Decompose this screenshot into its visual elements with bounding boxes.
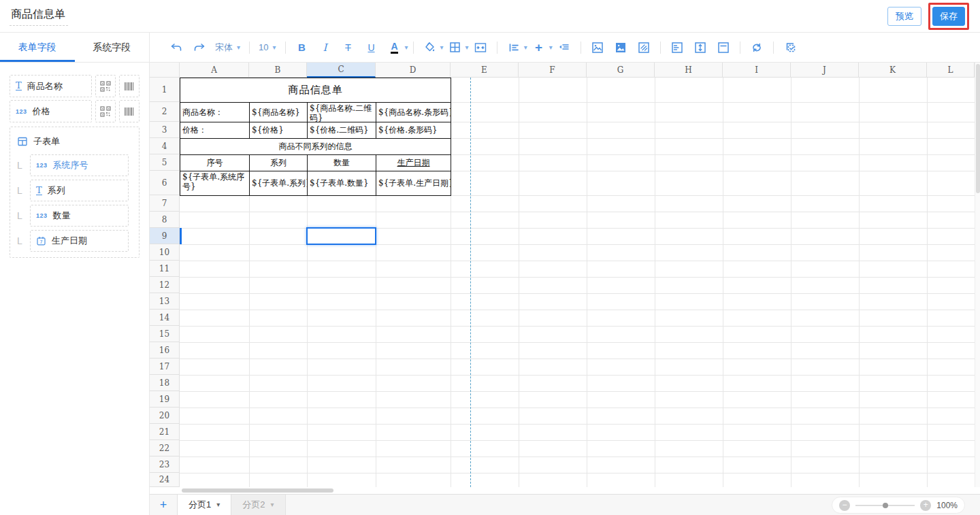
row-header[interactable]: 21 — [150, 424, 180, 440]
column-header[interactable]: K — [859, 63, 927, 78]
field-item-production-date[interactable]: 7 生产日期 — [30, 230, 129, 252]
grid-cell[interactable]: ${价格.条形码} — [376, 122, 451, 139]
grid-cell[interactable]: ${子表单.系统序号} — [180, 171, 250, 196]
align-button[interactable]: ▾ — [502, 37, 527, 58]
horizontal-scrollbar[interactable] — [150, 487, 980, 494]
barcode-drag-item[interactable] — [119, 75, 140, 97]
selected-cell[interactable] — [306, 227, 376, 245]
column-header[interactable]: B — [249, 63, 307, 78]
redo-button[interactable] — [189, 37, 210, 58]
grid-cell[interactable]: ${价格.二维码} — [307, 122, 376, 139]
grid-cell[interactable]: 商品名称： — [180, 102, 250, 122]
row-header[interactable]: 4 — [150, 138, 180, 154]
field-item-quantity[interactable]: 123 数量 — [30, 205, 129, 227]
column-header[interactable]: D — [376, 63, 451, 78]
qrcode-drag-item[interactable] — [95, 100, 116, 122]
field-item-product-name[interactable]: T 商品名称 — [10, 75, 92, 97]
vertical-scrollbar[interactable] — [975, 63, 980, 487]
column-header[interactable]: I — [723, 63, 791, 78]
row-header[interactable]: 18 — [150, 375, 180, 391]
grid-cell[interactable]: ${子表单.数量} — [307, 171, 376, 196]
sheet-tab-2[interactable]: 分页2 ▾ — [231, 495, 285, 515]
select-all-corner[interactable] — [150, 63, 180, 78]
grid-cell[interactable]: 价格： — [180, 122, 250, 139]
qrcode-drag-item[interactable] — [95, 75, 116, 97]
grid-cell[interactable]: 商品信息单 — [180, 78, 451, 103]
merge-cells-button[interactable] — [470, 37, 491, 58]
insert-image-button[interactable] — [587, 37, 608, 58]
column-header[interactable]: H — [655, 63, 723, 78]
zoom-slider[interactable] — [855, 505, 915, 506]
fill-color-button[interactable]: ▾ — [419, 37, 444, 58]
column-header[interactable]: F — [519, 63, 587, 78]
column-header[interactable]: J — [791, 63, 859, 78]
row-header[interactable]: 19 — [150, 391, 180, 408]
save-button[interactable]: 保存 — [932, 7, 965, 26]
text-block-button[interactable] — [667, 37, 687, 58]
row-header[interactable]: 23 — [150, 456, 180, 473]
insert-button[interactable]: + ▾ — [527, 37, 553, 58]
row-header[interactable]: 12 — [150, 277, 180, 293]
row-header[interactable]: 2 — [150, 102, 180, 122]
row-header[interactable]: 20 — [150, 408, 180, 424]
font-color-button[interactable]: A ▾ — [383, 37, 408, 58]
undo-button[interactable] — [166, 37, 186, 58]
font-size-select[interactable]: 10 ▾ — [255, 37, 280, 58]
row-header[interactable]: 3 — [150, 122, 180, 138]
copy-style-button[interactable] — [780, 37, 800, 58]
row-header[interactable]: 1 — [150, 78, 180, 102]
tab-form-fields[interactable]: 表单字段 — [0, 33, 75, 62]
column-header[interactable]: L — [927, 63, 975, 78]
row-header[interactable]: 6 — [150, 171, 180, 195]
column-header[interactable]: E — [451, 63, 519, 78]
row-header[interactable]: 13 — [150, 293, 180, 310]
refresh-button[interactable] — [747, 37, 767, 58]
grid-cell[interactable]: ${子表单.生产日期} — [376, 171, 451, 196]
spreadsheet[interactable]: ABCDEFGHIJKL1234567891011121314151617181… — [150, 63, 975, 487]
row-header[interactable]: 17 — [150, 359, 180, 375]
row-header[interactable]: 24 — [150, 473, 180, 487]
row-header[interactable]: 14 — [150, 310, 180, 326]
grid-cell[interactable]: 系列 — [249, 154, 308, 171]
row-header[interactable]: 5 — [150, 154, 180, 171]
grid-cell[interactable]: 生产日期 — [376, 154, 451, 171]
add-sheet-button[interactable]: + — [150, 498, 177, 512]
insert-image-filled-button[interactable] — [610, 37, 631, 58]
tab-system-fields[interactable]: 系统字段 — [75, 33, 150, 62]
column-header[interactable]: A — [180, 63, 249, 78]
grid-cell[interactable]: ${商品名称.二维码} — [307, 102, 376, 122]
horizontal-rule-button[interactable] — [713, 37, 734, 58]
preview-button[interactable]: 预览 — [887, 7, 921, 26]
watermark-button[interactable] — [634, 37, 654, 58]
row-header[interactable]: 16 — [150, 342, 180, 359]
page-title[interactable]: 商品信息单 — [10, 6, 68, 26]
zoom-slider-knob[interactable] — [883, 503, 888, 508]
grid-cell[interactable]: ${商品名称} — [249, 102, 308, 122]
vertical-scrollbar-thumb[interactable] — [976, 64, 980, 193]
grid-cell[interactable]: 商品不同系列的信息 — [180, 138, 451, 155]
barcode-drag-item[interactable] — [119, 100, 140, 122]
grid-cell[interactable]: ${价格} — [249, 122, 308, 139]
indent-button[interactable] — [554, 37, 574, 58]
row-header[interactable]: 7 — [150, 195, 180, 212]
row-header[interactable]: 11 — [150, 261, 180, 277]
grid-cell[interactable]: ${子表单.系列} — [249, 171, 308, 196]
borders-button[interactable]: ▾ — [444, 37, 469, 58]
strikethrough-button[interactable]: T — [338, 37, 359, 58]
row-height-button[interactable] — [690, 37, 710, 58]
zoom-in-button[interactable]: + — [920, 500, 931, 511]
row-header[interactable]: 10 — [150, 244, 180, 261]
grid-cell[interactable]: ${商品名称.条形码} — [376, 102, 451, 122]
row-header[interactable]: 9 — [150, 228, 180, 244]
zoom-out-button[interactable]: − — [839, 500, 850, 511]
subform-header[interactable]: 子表单 — [10, 133, 133, 154]
field-item-series[interactable]: T 系列 — [30, 180, 129, 201]
italic-button[interactable]: I — [315, 37, 336, 58]
grid-cell[interactable]: 序号 — [180, 154, 250, 171]
row-header[interactable]: 15 — [150, 326, 180, 342]
horizontal-scrollbar-thumb[interactable] — [182, 488, 333, 493]
field-item-serial-number[interactable]: 123 系统序号 — [30, 154, 129, 176]
font-family-select[interactable]: 宋体 ▾ — [211, 37, 244, 58]
underline-button[interactable]: U — [361, 37, 382, 58]
row-header[interactable]: 8 — [150, 212, 180, 228]
